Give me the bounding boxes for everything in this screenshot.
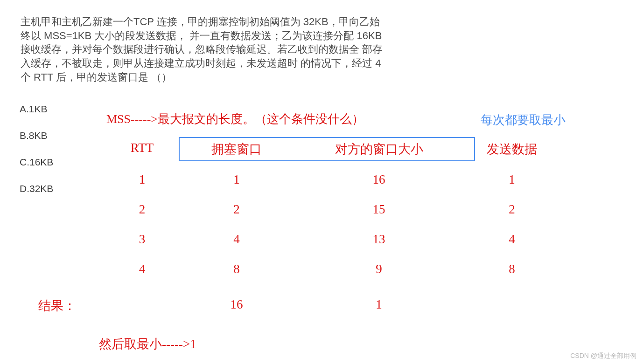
- cell: 4: [181, 232, 293, 247]
- cell: 9: [293, 262, 465, 276]
- option-c: C.16KB: [20, 157, 53, 168]
- cell: 4: [104, 262, 181, 276]
- option-a: A.1KB: [20, 103, 53, 115]
- option-d: D.32KB: [20, 183, 53, 194]
- cell: 1: [293, 297, 465, 312]
- min-note: 每次都要取最小: [481, 112, 566, 128]
- options-list: A.1KB B.8KB C.16KB D.32KB: [20, 103, 53, 210]
- cell: 8: [465, 262, 559, 276]
- cell: 15: [293, 202, 465, 217]
- cell: 16: [181, 297, 293, 312]
- header-rtt: RTT: [104, 141, 181, 158]
- table-row: 3 4 13 4: [104, 232, 584, 247]
- solution-table: RTT 拥塞窗口 对方的窗口大小 发送数据 1 1 16 1 2 2 15 2 …: [104, 141, 584, 292]
- watermark: CSDN @通过全部用例: [570, 352, 636, 360]
- question-text: 主机甲和主机乙新建一个TCP 连接，甲的拥塞控制初始阈值为 32KB，甲向乙始终…: [21, 15, 389, 84]
- cell: 1: [465, 172, 559, 187]
- cell: 13: [293, 232, 465, 247]
- cell: 2: [181, 202, 293, 217]
- cell: 2: [104, 202, 181, 217]
- option-b: B.8KB: [20, 130, 53, 141]
- cell: [465, 297, 559, 312]
- mss-note: MSS----->最大报文的长度。（这个条件没什么）: [106, 111, 364, 127]
- result-label: 结果：: [38, 297, 76, 314]
- cell: 3: [104, 232, 181, 247]
- cell: [104, 297, 181, 312]
- table-row: 2 2 15 2: [104, 202, 584, 217]
- cell: 4: [465, 232, 559, 247]
- cell: 16: [293, 172, 465, 187]
- table-row: 1 1 16 1: [104, 172, 584, 187]
- cell: 8: [181, 262, 293, 276]
- bottom-note: 然后取最小----->1: [99, 336, 196, 352]
- cell: 1: [181, 172, 293, 187]
- header-rwnd: 对方的窗口大小: [293, 141, 465, 158]
- table-row: 4 8 9 8: [104, 262, 584, 276]
- cell: 1: [104, 172, 181, 187]
- table-header-row: RTT 拥塞窗口 对方的窗口大小 发送数据: [104, 141, 584, 158]
- header-send: 发送数据: [465, 141, 559, 158]
- cell: 2: [465, 202, 559, 217]
- header-cwnd: 拥塞窗口: [181, 141, 293, 158]
- result-row: 16 1: [104, 297, 584, 312]
